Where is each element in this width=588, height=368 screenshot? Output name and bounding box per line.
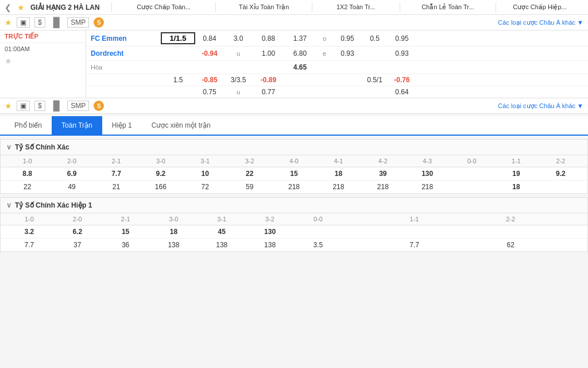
s2-val2-1-0[interactable]: 7.7 bbox=[5, 241, 53, 249]
cac-loai-link-1[interactable]: Các loại cược Châu Á khác ▼ bbox=[498, 19, 583, 26]
ex-r2c2[interactable]: 0.75 bbox=[195, 88, 224, 96]
s2-lbl-1-0: 1-0 bbox=[5, 216, 53, 223]
val1-4-2[interactable]: 39 bbox=[361, 170, 405, 178]
ex-r1c7[interactable]: 0.5/1 bbox=[362, 76, 388, 84]
odds-r1c7[interactable]: 0.5 bbox=[362, 34, 388, 43]
val2-4-0[interactable]: 218 bbox=[272, 183, 316, 191]
smp-badge-2: S bbox=[94, 101, 104, 111]
val1-4-0[interactable]: 15 bbox=[272, 170, 316, 178]
odds-r2c8[interactable]: 0.93 bbox=[388, 49, 416, 57]
odds-r1c6[interactable]: 0.95 bbox=[333, 34, 362, 43]
odds-r2c1[interactable]: -0.94 bbox=[195, 49, 224, 57]
val1-4-1[interactable]: 18 bbox=[316, 170, 361, 178]
chart-icon-2[interactable]: ▐▌ bbox=[50, 101, 63, 111]
tab-cuoc-xien[interactable]: Cược xiên một trận bbox=[142, 116, 220, 135]
s2-val2-2-1[interactable]: 36 bbox=[102, 241, 150, 249]
section1-title: Tỷ Số Chính Xác bbox=[15, 143, 69, 151]
fav-star-icon[interactable]: ★ bbox=[5, 18, 12, 27]
odds-r1c2[interactable]: 3.0 bbox=[224, 34, 253, 43]
val2-4-1[interactable]: 218 bbox=[316, 183, 361, 191]
ex-r1c1[interactable]: 1.5 bbox=[161, 76, 195, 84]
val2-3-1[interactable]: 72 bbox=[183, 183, 227, 191]
ex-r2c8[interactable]: 0.64 bbox=[388, 88, 416, 96]
s2-val1-3-0[interactable]: 18 bbox=[149, 228, 198, 236]
odds-r2c3[interactable]: 1.00 bbox=[253, 49, 284, 57]
val1-2-1[interactable]: 7.7 bbox=[94, 170, 138, 178]
smp-label[interactable]: SMP bbox=[67, 17, 89, 28]
val1-2-2[interactable]: 9.2 bbox=[539, 170, 583, 178]
val2-1-0[interactable]: 22 bbox=[5, 183, 49, 191]
match-star-icon[interactable]: ★ bbox=[5, 56, 12, 66]
val2-2-2 bbox=[539, 183, 583, 191]
bet-col-tai-xiu[interactable]: Tài Xỉu Toàn Trận bbox=[215, 2, 311, 12]
ex-r1c2[interactable]: -0.85 bbox=[195, 76, 224, 84]
val1-3-1[interactable]: 10 bbox=[183, 170, 227, 178]
section1-chevron-icon[interactable]: ∨ bbox=[6, 143, 11, 151]
ex-r2c4[interactable]: 0.77 bbox=[253, 88, 284, 96]
lbl-4-1: 4-1 bbox=[316, 158, 361, 164]
table-icon[interactable]: ▣ bbox=[17, 17, 30, 28]
odds-r2c6[interactable]: 0.93 bbox=[333, 49, 362, 57]
s2-val2-3-1[interactable]: 138 bbox=[198, 241, 246, 249]
odds-r1c8[interactable]: 0.95 bbox=[388, 34, 416, 43]
s2-val2-1-1[interactable]: 7.7 bbox=[390, 241, 439, 249]
chart-icon[interactable]: ▐▌ bbox=[50, 17, 63, 28]
odds-r1c3[interactable]: 0.88 bbox=[253, 34, 284, 43]
lbl-3-0: 3-0 bbox=[138, 158, 183, 164]
s2-lbl-1-1: 1-1 bbox=[390, 216, 439, 223]
ex-r1c4[interactable]: -0.89 bbox=[253, 76, 284, 84]
chevron-icon[interactable]: ❮ bbox=[5, 3, 11, 12]
val2-3-2[interactable]: 59 bbox=[227, 183, 272, 191]
tab-hiep-1[interactable]: Hiệp 1 bbox=[102, 116, 142, 135]
val2-2-1[interactable]: 21 bbox=[94, 183, 138, 191]
cac-loai-link-2[interactable]: Các loại cược Châu Á khác ▼ bbox=[498, 102, 583, 110]
tab-toan-tran[interactable]: Toàn Trận bbox=[52, 116, 102, 135]
lbl-2-1: 2-1 bbox=[94, 158, 138, 164]
val2-4-3[interactable]: 218 bbox=[405, 183, 450, 191]
val1-1-1[interactable]: 19 bbox=[494, 170, 538, 178]
lbl-2-0: 2-0 bbox=[49, 158, 94, 164]
lbl-1-0: 1-0 bbox=[5, 158, 49, 164]
odds-r1c4[interactable]: 1.37 bbox=[284, 34, 316, 43]
s2-val2-3-2[interactable]: 138 bbox=[246, 241, 294, 249]
s2-val1-1-0[interactable]: 3.2 bbox=[5, 228, 53, 236]
s2-val2-0-0[interactable]: 3.5 bbox=[294, 241, 342, 249]
val1-3-2[interactable]: 22 bbox=[227, 170, 272, 178]
val1-2-0[interactable]: 6.9 bbox=[49, 170, 94, 178]
section2-chevron-icon[interactable]: ∨ bbox=[6, 201, 11, 209]
s2-val1-2-1[interactable]: 15 bbox=[102, 228, 150, 236]
bet-col-chan-le[interactable]: Chẵn Lẻ Toàn Tr... bbox=[400, 2, 496, 12]
bet-col-cuoc-hiep[interactable]: Cược Chấp Hiệp... bbox=[496, 2, 583, 12]
val2-2-0[interactable]: 49 bbox=[49, 183, 94, 191]
fav-star-icon-2[interactable]: ★ bbox=[5, 101, 12, 110]
bet-col-cuoc-chap[interactable]: Cược Chấp Toàn... bbox=[111, 2, 216, 12]
tab-pho-bien[interactable]: Phổ biến bbox=[5, 116, 52, 135]
table-icon-2[interactable]: ▣ bbox=[17, 101, 30, 111]
ex-r1c8[interactable]: -0.76 bbox=[388, 76, 416, 84]
s2-val2-2-0[interactable]: 37 bbox=[53, 241, 102, 249]
league-star-icon[interactable]: ★ bbox=[17, 3, 25, 12]
dollar-icon-2[interactable]: $ bbox=[34, 101, 45, 111]
val2-4-2[interactable]: 218 bbox=[361, 183, 405, 191]
match-star-row[interactable]: ★ bbox=[0, 55, 86, 67]
s2-val1-3-2[interactable]: 130 bbox=[246, 228, 294, 236]
s2-val1-3-1[interactable]: 45 bbox=[198, 228, 246, 236]
val2-3-0[interactable]: 166 bbox=[138, 183, 183, 191]
ex-r1c3[interactable]: 3/3.5 bbox=[224, 76, 253, 84]
val1-3-0[interactable]: 9.2 bbox=[138, 170, 183, 178]
hoa-odds[interactable]: 4.65 bbox=[284, 63, 316, 71]
dollar-icon[interactable]: $ bbox=[34, 17, 45, 28]
odds-r2c4[interactable]: 6.80 bbox=[284, 49, 316, 57]
s2-val2-3-0[interactable]: 138 bbox=[149, 241, 198, 249]
odds-r1c5: o bbox=[316, 35, 333, 42]
handicap-cell[interactable]: 1/1.5 bbox=[161, 32, 195, 44]
s2-val1-2-0[interactable]: 6.2 bbox=[53, 228, 102, 236]
val1-4-3[interactable]: 130 bbox=[405, 170, 450, 178]
bet-col-1x2[interactable]: 1X2 Toàn Tr... bbox=[312, 2, 400, 12]
val1-1-0[interactable]: 8.8 bbox=[5, 170, 49, 178]
val2-1-1[interactable]: 18 bbox=[494, 183, 538, 191]
odds-r1c1[interactable]: 0.84 bbox=[195, 34, 224, 43]
smp-label-2[interactable]: SMP bbox=[67, 101, 89, 111]
s2-val2-2-2[interactable]: 62 bbox=[486, 241, 535, 249]
odds-r2c2: u bbox=[224, 50, 253, 57]
